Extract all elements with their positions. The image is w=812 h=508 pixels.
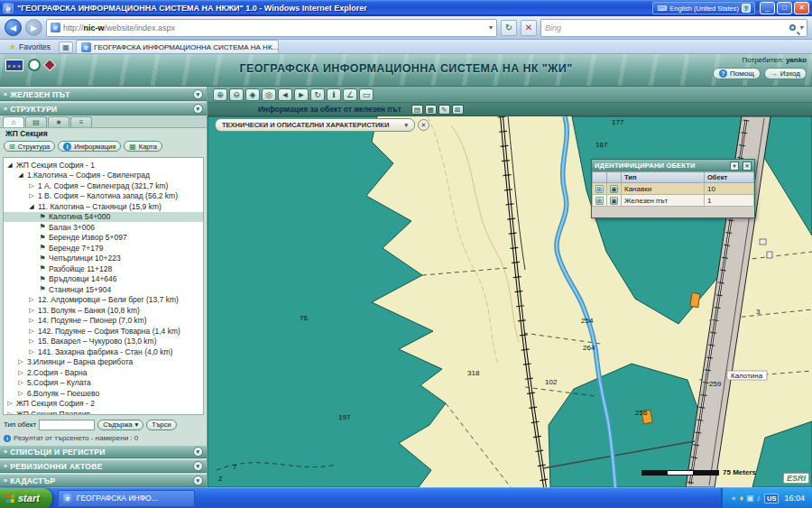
tree-item[interactable]: ▷14. Подуяне – Пионер (7,0 km)	[4, 316, 203, 327]
layers-icon[interactable]: ▤	[411, 105, 423, 115]
contains-dropdown-button[interactable]: Съдържа ▾	[97, 420, 143, 430]
tree-expand-icon[interactable]: ▷	[6, 411, 14, 415]
tree-item[interactable]: ⚑Беренде 7+179	[4, 243, 203, 254]
structure-tree[interactable]: ◢ЖП Секция София - 1◢1.Калотина – София …	[3, 157, 204, 415]
language-bar[interactable]: ⌨ English (United States) ?	[652, 2, 755, 14]
pan-icon[interactable]: ◈	[245, 88, 260, 101]
tree-item[interactable]: ⚑Балан 3+006	[4, 222, 203, 233]
object-type-input[interactable]	[39, 420, 95, 430]
tree-item[interactable]: ▷15. Вакарел – Чукурово (13,0 km)	[4, 337, 203, 347]
tree-item[interactable]: ◢11. Калотина – Станянци (15,9 km)	[4, 201, 203, 212]
search-button[interactable]: Търси	[146, 420, 176, 430]
exit-button[interactable]: → Изход	[764, 68, 807, 79]
language-indicator[interactable]: US	[764, 494, 779, 503]
edit-icon[interactable]: ✎	[438, 105, 450, 115]
hidden-icons-chevron[interactable]: «	[732, 494, 735, 503]
tree-collapse-icon[interactable]: ◢	[6, 162, 14, 169]
tree-expand-icon[interactable]: ▷	[17, 358, 24, 365]
tree-expand-icon[interactable]: ▷	[28, 192, 35, 199]
section-toggle-icon[interactable]: ▾	[193, 476, 203, 485]
browser-tab[interactable]: e ГЕОГРАФСКА ИНФОРМАЦИОННА СИСТЕМА НА НК…	[76, 40, 279, 53]
search-box[interactable]: Bing ▾	[540, 19, 807, 37]
dropdown-close-button[interactable]: ✕	[418, 119, 429, 131]
structure-button[interactable]: ⊞ Структура	[4, 141, 55, 152]
tree-expand-icon[interactable]: ▷	[28, 337, 35, 345]
dropdown-open-icon[interactable]: ▾	[404, 122, 408, 129]
tree-expand-icon[interactable]: ▷	[6, 400, 14, 407]
identified-row[interactable]: ⊞▣Железен път1	[593, 195, 754, 207]
tree-item[interactable]: ⚑Разбойще 11+128	[4, 263, 203, 274]
tab-home[interactable]: ⌂	[3, 116, 24, 127]
object-info-icon[interactable]: ▣	[610, 185, 618, 193]
tree-expand-icon[interactable]: ▷	[28, 307, 35, 314]
section-header-revisions[interactable]: » РЕВИЗИОННИ АКТОВЕ ▾	[0, 459, 207, 473]
taskbar-clock[interactable]: 16:04	[784, 494, 805, 503]
favorites-button[interactable]: ★ Favorites	[4, 41, 56, 53]
tree-item[interactable]: ▷ЖП Секция София - 2	[4, 399, 203, 410]
tree-item[interactable]: ⚑Беренде Извор 5+097	[4, 233, 203, 244]
tree-expand-icon[interactable]: ▷	[28, 296, 35, 303]
tree-item[interactable]: ▷1 А. София – Свиленград (321,7 km)	[4, 180, 203, 191]
identified-panel-titlebar[interactable]: ИДЕНТИФИЦИРАНИ ОБЕКТИ ▾ ✕	[592, 160, 754, 171]
tree-expand-icon[interactable]: ▷	[28, 348, 35, 356]
identify-icon[interactable]: ℹ	[327, 88, 341, 101]
back-button[interactable]: ◀	[5, 19, 22, 36]
address-bar[interactable]: e http://nic-w/website/index.aspx ▾	[46, 19, 497, 37]
panel-collapse-icon[interactable]: ▾	[730, 162, 739, 171]
information-button[interactable]: i Информация	[58, 141, 121, 152]
tree-collapse-icon[interactable]: ◢	[28, 203, 35, 210]
zoom-out-icon[interactable]: ⊖	[229, 88, 244, 101]
maximize-button[interactable]: □	[777, 2, 792, 14]
tree-item[interactable]: ◢1.Калотина – София - Свиленград	[4, 171, 203, 181]
previous-extent-icon[interactable]: ◄	[278, 88, 292, 101]
close-button[interactable]: ✕	[794, 2, 809, 14]
forward-button[interactable]: ▶	[25, 19, 42, 36]
tree-item[interactable]: ▷13. Волуяк – Банкя (10,8 km)	[4, 305, 203, 316]
section-toggle-icon[interactable]: ▾	[193, 447, 203, 457]
minimize-button[interactable]: _	[760, 2, 775, 14]
section-header-cadastre[interactable]: » КАДАСТЪР ▾	[0, 474, 207, 487]
tree-expand-icon[interactable]: ▷	[28, 182, 35, 189]
tree-item[interactable]: ▷1 В. София – Калотина запад (56,2 km)	[4, 191, 203, 202]
tab-favorites[interactable]: ★	[48, 116, 69, 127]
tree-item[interactable]: ▷5.София – Кулата	[4, 378, 203, 389]
volume-icon[interactable]: ♪	[757, 494, 761, 503]
network-icon[interactable]: ▣	[746, 494, 754, 503]
search-dropdown-icon[interactable]: ▾	[799, 23, 803, 32]
tree-item[interactable]: ⚑Станянци 15+904	[4, 284, 203, 295]
tree-item[interactable]: ⚑Връдловци 14+646	[4, 274, 203, 285]
section-header-railway[interactable]: » ЖЕЛЕЗЕН ПЪТ ▾	[0, 88, 207, 101]
panel-close-icon[interactable]: ✕	[743, 162, 752, 171]
tab-menu[interactable]: ≡	[70, 116, 92, 127]
select-icon[interactable]: ▭	[359, 88, 374, 101]
tree-expand-icon[interactable]: ▷	[17, 369, 24, 376]
address-dropdown-icon[interactable]: ▾	[489, 23, 493, 32]
full-extent-icon[interactable]: ◎	[262, 88, 276, 101]
section-header-lists[interactable]: » СПИСЪЦИ И РЕГИСТРИ ▾	[0, 445, 207, 458]
zoom-to-object-icon[interactable]: ⊞	[595, 185, 604, 193]
map-canvas[interactable]: Калотина 1671777619731810225426425625937…	[208, 116, 812, 487]
refresh-icon[interactable]: ↻	[310, 88, 325, 101]
measure-icon[interactable]: ∠	[343, 88, 357, 101]
language-help-button[interactable]: ?	[742, 4, 751, 13]
legend-icon[interactable]: ▦	[425, 105, 437, 115]
zoom-to-object-icon[interactable]: ⊞	[595, 197, 604, 205]
section-toggle-icon[interactable]: ▾	[193, 104, 203, 114]
tree-item[interactable]: ▷2.София - Варна	[4, 367, 203, 378]
help-button[interactable]: ? Помощ	[713, 68, 761, 79]
identified-row[interactable]: ⊞▣Канавки10	[593, 183, 754, 195]
tree-item[interactable]: ▷141. Захарна фабрика - Стан (4,0 km)	[4, 346, 203, 357]
tree-item[interactable]: ▷12. Алдомировци – Бели брег (13,7 km)	[4, 295, 203, 306]
quick-tabs-icon[interactable]: ▦	[59, 42, 73, 53]
tree-expand-icon[interactable]: ▷	[28, 328, 35, 335]
next-extent-icon[interactable]: ►	[294, 88, 309, 101]
map-button[interactable]: ▦ Карта	[124, 141, 162, 152]
attach-icon[interactable]: ⊠	[452, 105, 464, 115]
security-icon[interactable]: ♦	[739, 494, 743, 503]
tree-expand-icon[interactable]: ▷	[17, 379, 24, 386]
search-icon[interactable]	[789, 24, 796, 31]
tree-item[interactable]: ◢ЖП Секция София - 1	[4, 160, 203, 171]
start-button[interactable]: start	[0, 488, 52, 508]
stop-button[interactable]: ✕	[521, 20, 537, 36]
tree-item[interactable]: ▷ЖП Секция Пловдив	[4, 409, 203, 415]
